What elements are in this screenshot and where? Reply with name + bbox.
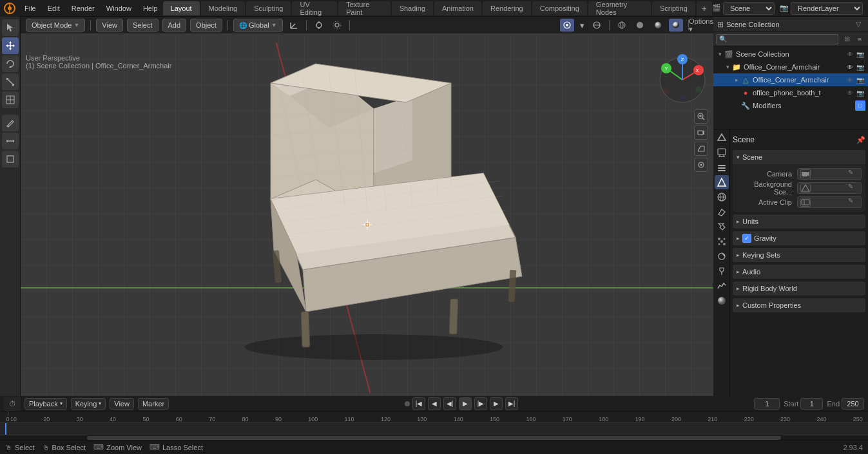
add-workspace-button[interactable]: +: [697, 1, 712, 15]
menu-render[interactable]: Render: [66, 3, 100, 14]
sort-btn[interactable]: ≡: [854, 33, 865, 45]
active-clip-field[interactable]: ✎: [797, 196, 862, 208]
measure-tool[interactable]: [2, 133, 19, 149]
scale-tool[interactable]: [2, 73, 19, 90]
rendered-shading[interactable]: [669, 19, 683, 32]
menu-edit[interactable]: Edit: [43, 3, 65, 14]
add-menu[interactable]: Add: [162, 19, 187, 32]
view-btn[interactable]: View: [110, 398, 134, 410]
object-mode-dropdown[interactable]: Object Mode ▼: [26, 19, 85, 32]
perspective-toggle-button[interactable]: [694, 142, 708, 156]
keyframe-indicator[interactable]: [405, 401, 410, 406]
tab-rendering[interactable]: Rendering: [483, 1, 531, 15]
camera-view-button[interactable]: [694, 126, 708, 140]
tree-eye-btn-scene[interactable]: 👁: [845, 49, 855, 59]
tab-uv-editing[interactable]: UV Editing: [292, 1, 337, 15]
prev-keyframe-btn[interactable]: ◀|: [443, 397, 456, 410]
rigid-body-header[interactable]: ▸ Rigid Body World: [733, 281, 865, 296]
tab-texture-paint[interactable]: Texture Paint: [338, 1, 390, 15]
tree-eye-btn-phone[interactable]: 👁: [845, 88, 855, 98]
viewport-canvas[interactable]: User Perspective (1) Scene Collection | …: [21, 33, 713, 396]
scene-selector[interactable]: Scene: [723, 2, 775, 15]
jump-start-btn[interactable]: |◀: [412, 397, 425, 410]
properties-pin-icon[interactable]: 📌: [856, 136, 865, 144]
tab-modeling[interactable]: Modeling: [201, 1, 246, 15]
camera-eyedropper[interactable]: ✎: [848, 169, 858, 179]
next-keyframe-btn[interactable]: |▶: [474, 397, 487, 410]
tree-item-modifiers[interactable]: ▸ 🔧 Modifiers □: [713, 99, 868, 112]
tree-item-scene-collection[interactable]: ▾ 🎬 Scene Collection 👁 📷: [713, 48, 868, 61]
scene-section-header[interactable]: ▾ Scene: [733, 150, 865, 164]
timeline-icon[interactable]: ⏱: [4, 397, 21, 411]
menu-file[interactable]: File: [19, 3, 41, 14]
timeline-scrollbar[interactable]: [0, 435, 868, 440]
tree-item-office-armchair-mesh[interactable]: ▸ △ Office_Corner_Armchair 👁 📷: [713, 73, 868, 86]
playback-btn[interactable]: Playback ▾: [24, 398, 67, 410]
outliner-search-input[interactable]: [716, 34, 838, 44]
prop-tab-world[interactable]: [715, 190, 729, 204]
prop-tab-physics[interactable]: [715, 249, 729, 263]
tab-compositing[interactable]: Compositing: [532, 1, 587, 15]
tab-scripting[interactable]: Scripting: [652, 1, 695, 15]
material-shading[interactable]: [651, 19, 665, 32]
overlay-dropdown[interactable]: ▾: [578, 19, 586, 32]
tree-render-btn-mesh[interactable]: 📷: [855, 75, 865, 85]
add-cube-tool[interactable]: [2, 151, 19, 167]
tree-eye-btn-office[interactable]: 👁: [845, 62, 855, 72]
play-btn[interactable]: ▶: [459, 397, 472, 410]
tree-render-btn-office[interactable]: 📷: [855, 62, 865, 72]
current-frame-input[interactable]: [754, 398, 780, 410]
camera-field[interactable]: ✎: [797, 168, 862, 180]
marker-btn[interactable]: Marker: [138, 398, 169, 410]
custom-props-header[interactable]: ▸ Custom Properties: [733, 298, 865, 312]
prop-tab-particles[interactable]: [715, 234, 729, 249]
prop-tab-view-layer[interactable]: [715, 160, 729, 175]
prop-tab-modifier[interactable]: [715, 220, 729, 234]
blender-logo-icon[interactable]: [0, 0, 19, 17]
bg-scene-eyedropper[interactable]: ✎: [848, 183, 858, 193]
wireframe-shading[interactable]: [615, 19, 629, 32]
perspective-dropdown[interactable]: 🌐 Global ▼: [233, 19, 283, 32]
active-clip-eyedropper[interactable]: ✎: [848, 197, 858, 207]
transform-orientation-icon[interactable]: [287, 19, 301, 32]
end-frame-input[interactable]: [842, 398, 864, 410]
view-menu[interactable]: View: [96, 19, 123, 32]
tree-item-office-corner-collection[interactable]: ▾ 📁 Office_Corner_Armchair 👁 📷: [713, 61, 868, 73]
tab-animation[interactable]: Animation: [434, 1, 481, 15]
menu-window[interactable]: Window: [101, 3, 137, 14]
outliner-filter-btn[interactable]: ▽: [853, 19, 864, 30]
local-view-button[interactable]: [694, 158, 708, 172]
tree-item-phone-booth[interactable]: ▸ ● office_phone_booth_t 👁 📷: [713, 86, 868, 99]
prop-tab-material[interactable]: [715, 294, 729, 308]
timeline-ruler[interactable]: 0 10 20 30 40 50 60 70 80 90 100 110 120…: [0, 411, 868, 423]
prop-tab-render[interactable]: [715, 131, 729, 145]
snap-icon[interactable]: [312, 19, 326, 32]
transform-tool[interactable]: [2, 91, 19, 108]
audio-header[interactable]: ▸ Audio: [733, 265, 865, 279]
render-layer-selector[interactable]: RenderLayer: [791, 2, 863, 15]
next-frame-btn[interactable]: ▶: [490, 397, 503, 410]
options-dropdown[interactable]: Options ▾: [694, 19, 708, 32]
tab-shading[interactable]: Shading: [392, 1, 433, 15]
annotate-tool[interactable]: [2, 115, 19, 131]
move-tool[interactable]: [2, 37, 19, 54]
timeline-track[interactable]: [0, 423, 868, 435]
bg-scene-field[interactable]: ✎: [797, 182, 862, 194]
filter-btn[interactable]: ⊞: [841, 33, 853, 45]
cursor-tool[interactable]: [2, 19, 19, 36]
jump-end-btn[interactable]: ▶|: [505, 397, 518, 410]
rotate-tool[interactable]: [2, 55, 19, 72]
keying-btn[interactable]: Keying ▾: [71, 398, 106, 410]
units-header[interactable]: ▸ Units: [733, 214, 865, 229]
tab-sculpting[interactable]: Sculpting: [246, 1, 291, 15]
start-frame-input[interactable]: [800, 398, 823, 410]
prop-tab-output[interactable]: [715, 146, 729, 160]
tree-eye-btn-mesh[interactable]: 👁: [845, 75, 855, 85]
keying-sets-header[interactable]: ▸ Keying Sets: [733, 248, 865, 262]
proportional-edit-icon[interactable]: [330, 19, 344, 32]
prop-tab-constraints[interactable]: [715, 264, 729, 278]
prop-tab-object[interactable]: [715, 205, 729, 219]
zoom-in-button[interactable]: [694, 109, 708, 124]
tab-layout[interactable]: Layout: [163, 1, 200, 15]
prop-tab-scene[interactable]: [715, 175, 729, 189]
